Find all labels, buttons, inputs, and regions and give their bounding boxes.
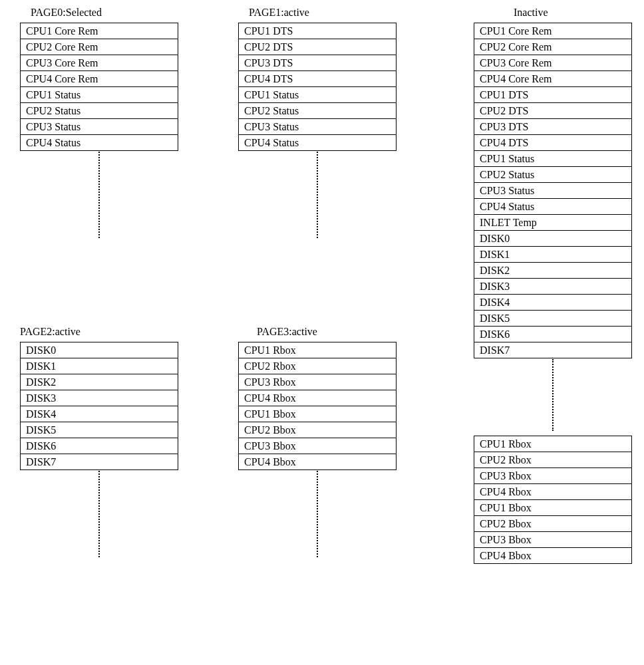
inactive-top-list: CPU1 Core Rem CPU2 Core Rem CPU3 Core Re… [474,23,632,358]
list-item: DISK3 [474,279,631,295]
list-item: CPU4 Bbox [474,548,631,564]
list-item: CPU4 Core Rem [21,71,178,87]
continuation-dots [552,359,554,431]
page1-panel: PAGE1:active CPU1 DTS CPU2 DTS CPU3 DTS … [238,7,397,151]
list-item: CPU2 Core Rem [21,39,178,55]
list-item: CPU2 DTS [239,39,396,55]
page2-panel: PAGE2:active DISK0 DISK1 DISK2 DISK3 DIS… [20,326,178,470]
page2-title: PAGE2:active [20,326,178,338]
list-item: CPU2 Bbox [239,422,396,438]
list-item: CPU3 Rbox [474,468,631,484]
list-item: DISK1 [474,247,631,263]
list-item: DISK0 [474,231,631,247]
page0-title: PAGE0:Selected [31,7,178,19]
list-item: CPU2 DTS [474,103,631,119]
list-item: CPU4 Status [474,199,631,215]
list-item: DISK2 [21,374,178,390]
list-item: CPU4 Bbox [239,454,396,470]
list-item: DISK3 [21,390,178,406]
list-item: DISK1 [21,358,178,374]
list-item: DISK6 [474,327,631,342]
list-item: CPU2 Status [474,167,631,183]
list-item: DISK2 [474,263,631,279]
list-item: CPU2 Status [21,103,178,119]
list-item: CPU1 Rbox [239,342,396,358]
list-item: CPU4 Status [239,135,396,151]
list-item: CPU3 Rbox [239,374,396,390]
page0-list: CPU1 Core Rem CPU2 Core Rem CPU3 Core Re… [20,23,178,151]
list-item: CPU3 Bbox [239,438,396,454]
continuation-dots [98,152,100,238]
list-item: CPU4 DTS [239,71,396,87]
list-item: DISK7 [21,454,178,470]
list-item: CPU1 Bbox [239,406,396,422]
list-item: CPU3 Core Rem [21,55,178,71]
inactive-title: Inactive [514,7,632,19]
page3-list: CPU1 Rbox CPU2 Rbox CPU3 Rbox CPU4 Rbox … [238,342,397,470]
page3-panel: PAGE3:active CPU1 Rbox CPU2 Rbox CPU3 Rb… [238,326,397,470]
continuation-dots [98,471,100,557]
list-item: CPU3 Core Rem [474,55,631,71]
list-item: DISK6 [21,438,178,454]
list-item: CPU2 Core Rem [474,39,631,55]
continuation-dots [317,152,318,238]
page1-title: PAGE1:active [249,7,397,19]
list-item: CPU3 DTS [474,119,631,135]
list-item: DISK4 [474,295,631,311]
list-item: CPU2 Bbox [474,516,631,532]
list-item: CPU3 Status [474,183,631,199]
list-item: CPU1 Bbox [474,500,631,516]
page3-title: PAGE3:active [257,326,397,338]
list-item: CPU2 Rbox [239,358,396,374]
page2-list: DISK0 DISK1 DISK2 DISK3 DISK4 DISK5 DISK… [20,342,178,470]
list-item: CPU1 Rbox [474,436,631,452]
list-item: CPU1 Core Rem [474,23,631,39]
list-item: DISK4 [21,406,178,422]
list-item: CPU1 Status [474,151,631,167]
list-item: CPU4 Core Rem [474,71,631,87]
list-item: CPU1 Status [239,87,396,103]
list-item: CPU1 DTS [239,23,396,39]
list-item: CPU1 DTS [474,87,631,103]
list-item: DISK0 [21,342,178,358]
list-item: DISK5 [474,311,631,327]
list-item: CPU3 DTS [239,55,396,71]
list-item: CPU4 Rbox [474,484,631,500]
page1-list: CPU1 DTS CPU2 DTS CPU3 DTS CPU4 DTS CPU1… [238,23,397,151]
list-item: CPU4 DTS [474,135,631,151]
list-item: CPU3 Bbox [474,532,631,548]
list-item: CPU2 Rbox [474,452,631,468]
list-item: CPU2 Status [239,103,396,119]
list-item: CPU4 Rbox [239,390,396,406]
list-item: CPU1 Core Rem [21,23,178,39]
inactive-panel-top: Inactive CPU1 Core Rem CPU2 Core Rem CPU… [474,7,632,358]
list-item: INLET Temp [474,215,631,231]
list-item: CPU4 Status [21,135,178,151]
list-item: DISK5 [21,422,178,438]
inactive-bottom-list: CPU1 Rbox CPU2 Rbox CPU3 Rbox CPU4 Rbox … [474,436,632,564]
inactive-panel-bottom: CPU1 Rbox CPU2 Rbox CPU3 Rbox CPU4 Rbox … [474,436,632,564]
list-item: DISK7 [474,342,631,358]
list-item: CPU1 Status [21,87,178,103]
page0-panel: PAGE0:Selected CPU1 Core Rem CPU2 Core R… [20,7,178,151]
list-item: CPU3 Status [21,119,178,135]
continuation-dots [317,471,318,557]
list-item: CPU3 Status [239,119,396,135]
